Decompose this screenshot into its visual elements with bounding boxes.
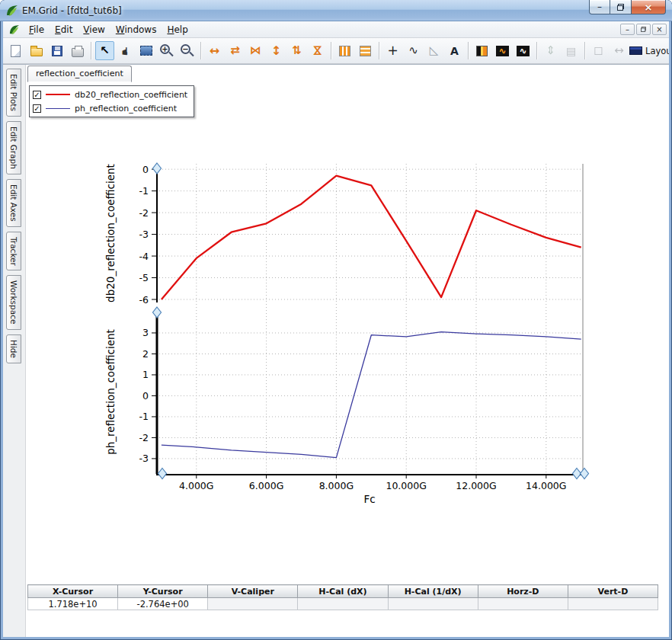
mdi-minimize-icon: – bbox=[626, 25, 629, 34]
zoom-in-icon: + bbox=[160, 44, 170, 54]
sidebar-tab-edit-plots[interactable]: Edit Plots bbox=[6, 69, 21, 117]
window-title: EM.Grid - [fdtd_tut6b] bbox=[22, 5, 122, 16]
checkbox-tool-disabled-button[interactable]: ☐ bbox=[589, 41, 608, 60]
open-file-icon bbox=[30, 48, 43, 56]
wave-plot-outline-icon: ∿ bbox=[517, 46, 530, 56]
legend-line-sample bbox=[46, 108, 70, 109]
row-layout-icon bbox=[360, 46, 371, 56]
wave-plot-outline-button[interactable]: ∿ bbox=[514, 41, 533, 60]
mdi-minimize-button[interactable]: – bbox=[620, 24, 635, 35]
layout-icon bbox=[629, 46, 642, 55]
checkbox-tool-disabled-icon: ☐ bbox=[594, 46, 603, 56]
mdi-restore-icon bbox=[641, 27, 646, 32]
layout-label: Layou bbox=[645, 46, 669, 56]
minimize-button[interactable]: – bbox=[589, 0, 610, 14]
scroll-y-axis-button[interactable]: ⇅ bbox=[287, 41, 306, 60]
expand-disabled-button[interactable]: ↔ bbox=[610, 41, 629, 60]
new-document-button[interactable] bbox=[6, 41, 25, 60]
fit-vertical-disabled-button[interactable]: ⇕ bbox=[541, 41, 560, 60]
zoom-window-icon bbox=[140, 46, 152, 56]
menu-help[interactable]: Help bbox=[162, 23, 193, 37]
fit-x-axis-button[interactable]: ⋈ bbox=[246, 41, 265, 60]
slope-marker-button[interactable]: ◺ bbox=[424, 41, 443, 60]
color-map-plot-button[interactable] bbox=[472, 41, 491, 60]
legend-checkbox-db20-reflection-coefficient[interactable]: ✓ bbox=[33, 91, 41, 99]
column-layout-button[interactable] bbox=[335, 41, 354, 60]
menu-items: FileEditViewWindowsHelp bbox=[24, 23, 194, 37]
status-value-x-cursor: 1.718e+10 bbox=[28, 598, 118, 610]
fit-y-axis-icon: ⋈ bbox=[312, 45, 323, 56]
select-arrow-icon: ↖ bbox=[100, 45, 110, 56]
expand-x-axis-icon: ↔ bbox=[210, 45, 219, 57]
legend-item: ✓db20_reflection_coefficient bbox=[33, 89, 187, 100]
pan-hand-icon: ☚ bbox=[120, 46, 131, 56]
fit-vertical-disabled-icon: ⇕ bbox=[546, 45, 555, 56]
fit-x-axis-icon: ⋈ bbox=[250, 45, 261, 56]
mdi-restore-button[interactable] bbox=[636, 24, 651, 35]
layout-button[interactable]: Layou bbox=[629, 46, 669, 56]
app-window: EM.Grid - [fdtd_tut6b] – × FileEditViewW… bbox=[0, 0, 672, 640]
legend-checkbox-ph-reflection-coefficient[interactable]: ✓ bbox=[33, 104, 41, 113]
save-icon bbox=[52, 46, 62, 56]
status-header-vert-d: Vert-D bbox=[568, 585, 658, 598]
new-document-icon bbox=[11, 45, 21, 57]
print-icon bbox=[72, 48, 84, 57]
tab-reflection-coefficient[interactable]: reflection_coefficient bbox=[27, 66, 132, 82]
wave-plot-filled-button[interactable]: ∿ bbox=[493, 41, 512, 60]
status-header-v-caliper: V-Caliper bbox=[208, 585, 298, 598]
menu-view[interactable]: View bbox=[78, 23, 110, 37]
expand-x-axis-button[interactable]: ↔ bbox=[205, 41, 224, 60]
menu-file[interactable]: File bbox=[24, 23, 50, 37]
legend-label: db20_reflection_coefficient bbox=[75, 90, 187, 100]
sidebar-tab-edit-axes[interactable]: Edit Axes bbox=[6, 179, 21, 227]
menu-bar: FileEditViewWindowsHelp – × bbox=[3, 21, 669, 38]
document-icon[interactable] bbox=[9, 24, 20, 35]
expand-y-axis-button[interactable]: ↕ bbox=[267, 41, 286, 60]
mdi-close-icon: × bbox=[656, 25, 662, 34]
restore-button[interactable] bbox=[610, 0, 632, 14]
status-value-v-caliper bbox=[208, 598, 298, 610]
tracker-curve-button[interactable]: ∿ bbox=[404, 41, 423, 60]
app-logo-icon bbox=[6, 5, 18, 17]
crosshair-marker-button[interactable]: + bbox=[383, 41, 402, 60]
toolbar-separator bbox=[536, 42, 537, 59]
crosshair-marker-icon: + bbox=[387, 44, 398, 57]
client-area bbox=[3, 64, 669, 637]
expand-disabled-icon: ↔ bbox=[614, 45, 624, 56]
status-header-x-cursor: X-Cursor bbox=[28, 585, 118, 598]
status-value-y-cursor: -2.764e+00 bbox=[118, 598, 208, 610]
fit-y-axis-button[interactable]: ⋈ bbox=[308, 41, 327, 60]
status-value-horz-d bbox=[478, 598, 568, 610]
open-file-button[interactable] bbox=[27, 41, 46, 60]
expand-y-axis-icon: ↕ bbox=[271, 45, 281, 57]
zoom-window-button[interactable] bbox=[136, 41, 155, 60]
toolbar-separator bbox=[468, 42, 469, 59]
restore-icon bbox=[617, 4, 624, 11]
close-button[interactable]: × bbox=[632, 0, 666, 14]
select-arrow-button[interactable]: ↖ bbox=[95, 41, 114, 60]
mdi-close-button[interactable]: × bbox=[652, 24, 667, 35]
zoom-out-button[interactable]: − bbox=[178, 41, 197, 60]
text-annotation-button[interactable]: A bbox=[445, 41, 464, 60]
status-value-h-cal-1-dx bbox=[388, 598, 478, 610]
sidebar-tabs: Edit PlotsEdit GraphEdit AxesTrackerWork… bbox=[3, 65, 26, 637]
tracker-curve-icon: ∿ bbox=[408, 45, 418, 56]
column-layout-icon bbox=[339, 46, 350, 56]
title-bar[interactable]: EM.Grid - [fdtd_tut6b] – × bbox=[0, 0, 672, 21]
menu-edit[interactable]: Edit bbox=[50, 23, 78, 37]
panel-disabled-icon: ▤ bbox=[566, 46, 576, 56]
sidebar-tab-workspace[interactable]: Workspace bbox=[6, 275, 21, 329]
row-layout-button[interactable] bbox=[356, 41, 375, 60]
text-annotation-icon: A bbox=[450, 46, 459, 56]
sidebar-tab-tracker[interactable]: Tracker bbox=[6, 232, 21, 271]
panel-disabled-button[interactable]: ▤ bbox=[562, 41, 581, 60]
sidebar-tab-hide[interactable]: Hide bbox=[6, 334, 21, 363]
menu-windows[interactable]: Windows bbox=[110, 23, 162, 37]
pan-hand-button[interactable]: ☚ bbox=[116, 41, 135, 60]
scroll-x-axis-button[interactable]: ⇄ bbox=[226, 41, 245, 60]
print-button[interactable] bbox=[68, 41, 87, 60]
sidebar-tab-edit-graph[interactable]: Edit Graph bbox=[6, 121, 21, 174]
save-button[interactable] bbox=[47, 41, 66, 60]
zoom-in-button[interactable]: + bbox=[157, 41, 176, 60]
toolbar-separator bbox=[331, 42, 331, 59]
